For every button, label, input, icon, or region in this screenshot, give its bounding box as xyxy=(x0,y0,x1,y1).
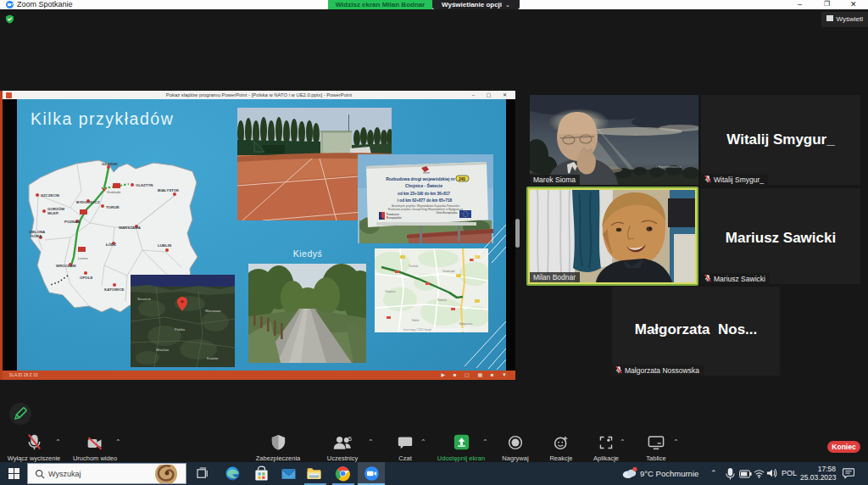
svg-text:WLKP.: WLKP. xyxy=(47,211,59,215)
svg-text:Chojnice: Chojnice xyxy=(385,290,396,293)
svg-text:Rozbudowa drogi wojewódzkiej n: Rozbudowa drogi wojewódzkiej nr xyxy=(386,176,455,181)
svg-text:240: 240 xyxy=(459,177,465,181)
svg-text:WROCŁAW: WROCŁAW xyxy=(56,264,77,268)
svg-text:Leszno: Leszno xyxy=(78,257,88,260)
svg-text:Polska: Polska xyxy=(175,327,186,332)
svg-text:Unia Europejska: Unia Europejska xyxy=(437,211,458,215)
svg-text:Nakło: Nakło xyxy=(412,319,419,322)
svg-text:GDAŃSK: GDAŃSK xyxy=(102,162,119,166)
svg-text:Chojnice - Świecie: Chojnice - Świecie xyxy=(405,183,442,188)
svg-text:BIAŁYSTOK: BIAŁYSTOK xyxy=(158,188,180,192)
svg-text:SZCZECIN: SZCZECIN xyxy=(41,193,59,198)
svg-text:Wrocław: Wrocław xyxy=(156,348,169,352)
svg-text:OLSZTYN: OLSZTYN xyxy=(136,183,153,187)
svg-text:ŁÓDŹ: ŁÓDŹ xyxy=(106,242,116,247)
svg-text:OPOLE: OPOLE xyxy=(80,276,92,280)
svg-text:i od km 62+877 do km 65+718: i od km 62+877 do km 65+718 xyxy=(398,198,453,203)
svg-text:5: 5 xyxy=(348,435,352,443)
svg-text:WARSZAWA: WARSZAWA xyxy=(119,226,142,230)
svg-text:POZNAŃ: POZNAŃ xyxy=(64,220,81,224)
svg-text:KATOWICE: KATOWICE xyxy=(104,287,125,292)
svg-text:Grudziądz: Grudziądz xyxy=(107,191,121,194)
svg-text:+ Hyperformance: + Hyperformance xyxy=(655,164,682,169)
svg-text:Grudziądz: Grudziądz xyxy=(442,270,455,273)
svg-text:GÓRA: GÓRA xyxy=(31,234,42,238)
svg-text:Warszawa: Warszawa xyxy=(205,309,221,313)
svg-text:od km 23+190 do km 36+817: od km 23+190 do km 36+817 xyxy=(398,192,450,196)
svg-text:TORUŃ: TORUŃ xyxy=(106,205,120,209)
svg-text:Świecie: Świecie xyxy=(437,298,447,302)
svg-text:Kraków: Kraków xyxy=(207,356,218,360)
svg-text:BYDGOSZCZ: BYDGOSZCZ xyxy=(76,200,100,204)
svg-text:Szczecin: Szczecin xyxy=(137,297,151,301)
svg-text:Dane mapy ©2023 Google: Dane mapy ©2023 Google xyxy=(403,328,432,332)
svg-text:Tuchola: Tuchola xyxy=(409,265,418,268)
svg-text:Europejskie: Europejskie xyxy=(387,216,402,220)
svg-text:LUBLIN: LUBLIN xyxy=(158,243,171,248)
